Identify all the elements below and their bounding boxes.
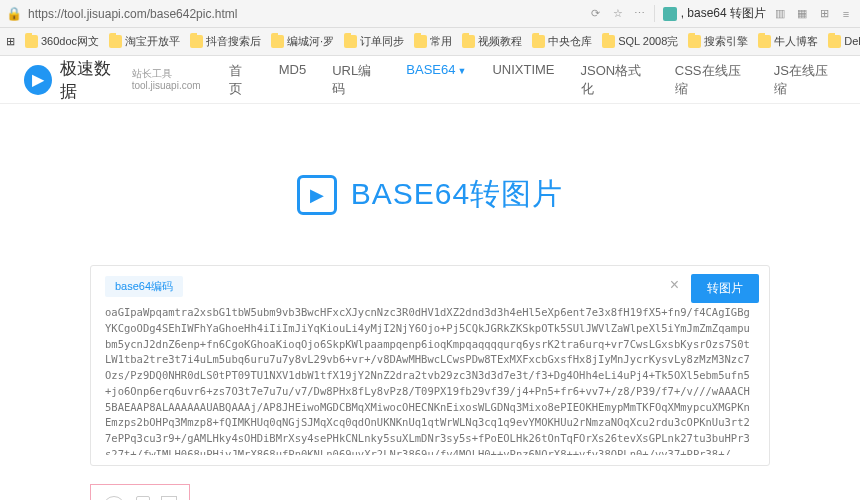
bookmark-label: 360doc网文 [41,34,99,49]
grid-icon[interactable]: ⊞ [6,35,15,48]
bookmark-label: 淘宝开放平 [125,34,180,49]
nav-item[interactable]: JSON格式化 [581,48,649,112]
address-bar: 🔒 https://tool.jisuapi.com/base642pic.ht… [0,0,860,28]
folder-icon [462,35,475,48]
folder-icon [532,35,545,48]
folder-icon [25,35,38,48]
bookmark-label: Delphi设件 [844,34,860,49]
nav-item[interactable]: UNIXTIME [492,48,554,112]
result-row: ————————➤ 这里是乱码 [90,484,770,500]
url-text[interactable]: https://tool.jisuapi.com/base642pic.html [28,7,582,21]
logo-icon: ▶ [24,65,52,95]
folder-icon [109,35,122,48]
close-icon[interactable]: × [670,276,679,294]
shape-icon [161,496,177,501]
ext-icon-2[interactable]: ▦ [794,6,810,22]
input-box: base64编码 × 转图片 oaGIpaWpqamtra2xsbG1tbW5u… [90,265,770,466]
ext-icon-3[interactable]: ⊞ [816,6,832,22]
nav-item[interactable]: CSS在线压缩 [675,48,748,112]
page-title: BASE64转图片 [351,174,563,215]
folder-icon [758,35,771,48]
nav-item[interactable]: JS在线压缩 [774,48,836,112]
site-header: ▶ 极速数据 站长工具 tool.jisuapi.com 首页MD5URL编码B… [0,56,860,104]
folder-icon [688,35,701,48]
brand-name: 极速数据 [60,57,124,103]
tab-info: , base64 转图片 [654,5,766,22]
shape-icon [136,496,150,501]
refresh-icon[interactable]: ⟳ [588,6,604,22]
tab-title: , base64 转图片 [681,5,766,22]
folder-icon [828,35,841,48]
result-image [90,484,190,500]
brand-sub2: tool.jisuapi.com [132,80,201,92]
base64-text[interactable]: oaGIpaWpqamtra2xsbG1tbW5ubm9vb3BwcHFxcXJ… [105,305,755,455]
title-icon: ▶ [297,175,337,215]
bookmark-item[interactable]: 淘宝开放平 [109,34,180,49]
more-icon[interactable]: ≡ [838,6,854,22]
chevron-down-icon: ▼ [457,66,466,76]
star-icon[interactable]: ☆ [610,6,626,22]
folder-icon [344,35,357,48]
bookmark-item[interactable]: Delphi设件 [828,34,860,49]
folder-icon [190,35,203,48]
folder-icon [414,35,427,48]
page-content: ▶ BASE64转图片 base64编码 × 转图片 oaGIpaWpqamtr… [70,104,790,500]
ext-icon[interactable]: ▥ [772,6,788,22]
nav-item[interactable]: BASE64▼ [406,48,466,112]
arrow-icon: ————————➤ [220,495,379,501]
page-title-row: ▶ BASE64转图片 [90,174,770,215]
folder-icon [602,35,615,48]
tab-favicon [663,7,677,21]
folder-icon [271,35,284,48]
nav-item[interactable]: MD5 [279,48,306,112]
lock-icon: 🔒 [6,6,22,21]
bookmark-item[interactable]: 360doc网文 [25,34,99,49]
nav-item[interactable]: URL编码 [332,48,380,112]
logo[interactable]: ▶ 极速数据 站长工具 tool.jisuapi.com [24,57,201,103]
input-tag: base64编码 [105,276,183,297]
brand-sub1: 站长工具 [132,68,201,80]
main-nav: 首页MD5URL编码BASE64▼UNIXTIMEJSON格式化CSS在线压缩J… [229,48,836,112]
nav-item[interactable]: 首页 [229,48,253,112]
menu-icon[interactable]: ⋯ [632,6,648,22]
convert-button[interactable]: 转图片 [691,274,759,303]
shape-icon [103,496,125,501]
